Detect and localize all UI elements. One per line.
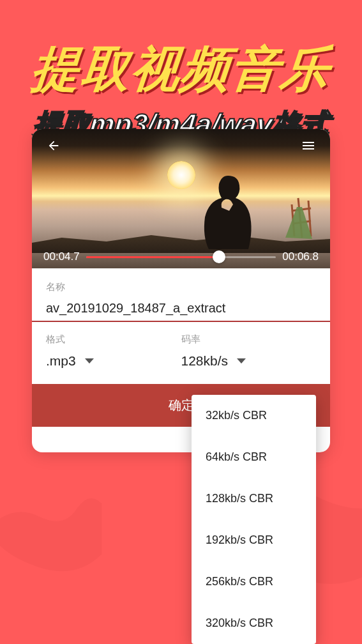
chevron-down-icon	[237, 358, 246, 364]
format-select[interactable]: .mp3	[46, 349, 181, 372]
dropdown-item[interactable]: 128kb/s CBR	[192, 478, 316, 519]
total-time: 00:06.8	[282, 250, 319, 263]
format-value: .mp3	[46, 353, 76, 369]
dropdown-item[interactable]: 256kb/s CBR	[192, 561, 316, 602]
video-content-tent	[285, 192, 324, 243]
seek-thumb[interactable]	[213, 250, 225, 263]
bitrate-label: 码率	[181, 334, 317, 346]
page-title: 提取视频音乐	[0, 37, 362, 103]
bitrate-select[interactable]: 128kb/s	[181, 349, 317, 372]
menu-button[interactable]	[298, 135, 319, 156]
video-seek-bar[interactable]	[86, 256, 276, 258]
extract-card: 00:04.7 00:06.8 名称 av_20191029_18487_a_e…	[32, 129, 330, 452]
video-preview[interactable]: 00:04.7 00:06.8	[32, 129, 330, 268]
back-button[interactable]	[43, 135, 64, 156]
video-content-person	[190, 166, 266, 249]
current-time: 00:04.7	[43, 250, 80, 263]
dropdown-item[interactable]: 32kb/s CBR	[192, 395, 316, 436]
name-input[interactable]: av_20191029_18487_a_extract	[32, 297, 330, 322]
name-label: 名称	[32, 281, 330, 293]
bitrate-dropdown: 32kb/s CBR 64kb/s CBR 128kb/s CBR 192kb/…	[192, 395, 316, 644]
dropdown-item[interactable]: 64kb/s CBR	[192, 436, 316, 478]
seek-fill	[86, 256, 219, 258]
format-label: 格式	[46, 334, 181, 346]
dropdown-item[interactable]: 192kb/s CBR	[192, 519, 316, 561]
dropdown-item[interactable]: 320kb/s CBR	[192, 602, 316, 644]
bitrate-value: 128kb/s	[181, 353, 229, 369]
chevron-down-icon	[85, 358, 94, 364]
